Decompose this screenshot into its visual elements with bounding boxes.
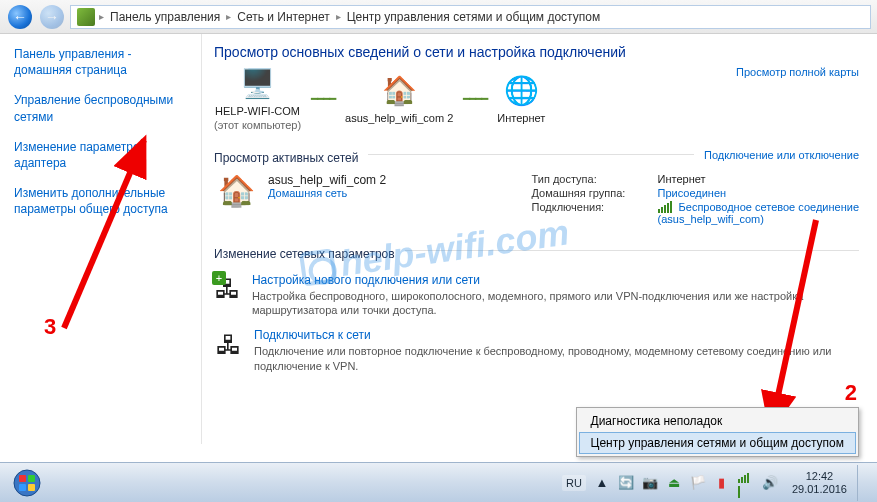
homegroup-value[interactable]: Присоединен (658, 187, 727, 199)
svg-rect-1 (19, 475, 26, 482)
sidebar-item-adapter[interactable]: Изменение параметров адаптера (14, 139, 187, 171)
plus-icon: + (212, 271, 226, 285)
network-connect-icon: 🖧 (214, 328, 244, 362)
arrow-left-icon: ← (8, 5, 32, 29)
param-connect-network-desc: Подключение или повторное подключение к … (254, 344, 859, 374)
tray-chevron-icon[interactable]: ▲ (594, 475, 610, 491)
arrow-right-icon: → (40, 5, 64, 29)
nav-forward-button: → (38, 4, 66, 30)
network-setup-icon: +🖧 (214, 273, 242, 307)
taskbar: RU ▲ 🔄 📷 ⏏ 🏳️ ▮ 🔊 12:42 29.01.2016 (0, 462, 877, 502)
param-connect-network-title[interactable]: Подключиться к сети (254, 328, 859, 342)
overview-computer-name: HELP-WIFI-COM (214, 104, 301, 118)
view-full-map-link[interactable]: Просмотр полной карты (736, 66, 859, 78)
svg-rect-2 (28, 475, 35, 482)
overview-router-name: asus_help_wifi_com 2 (345, 111, 453, 125)
sidebar-item-sharing[interactable]: Изменить дополнительные параметры общего… (14, 185, 187, 217)
network-params-title: Изменение сетевых параметров (214, 247, 395, 261)
content-pane: Просмотр основных сведений о сети и наст… (202, 34, 877, 444)
connect-disconnect-link[interactable]: Подключение или отключение (704, 149, 859, 161)
tray-flag-icon[interactable]: 🏳️ (690, 475, 706, 491)
tray-safely-remove-icon[interactable]: ⏏ (666, 475, 682, 491)
param-new-connection-desc: Настройка беспроводного, широкополосного… (252, 289, 859, 319)
param-new-connection-title[interactable]: Настройка нового подключения или сети (252, 273, 859, 287)
param-new-connection[interactable]: +🖧 Настройка нового подключения или сети… (214, 273, 859, 319)
connections-label: Подключения: (532, 201, 650, 225)
house-icon: 🏠 (214, 173, 258, 209)
tray-sync-icon[interactable]: 🔄 (618, 475, 634, 491)
tray-clock[interactable]: 12:42 29.01.2016 (786, 470, 853, 494)
tray-camera-icon[interactable]: 📷 (642, 475, 658, 491)
language-indicator[interactable]: RU (562, 475, 586, 491)
clock-time: 12:42 (792, 470, 847, 482)
network-type-link[interactable]: Домашняя сеть (268, 187, 347, 199)
show-desktop-button[interactable] (857, 465, 871, 501)
start-button[interactable] (6, 467, 48, 499)
tray-battery-icon[interactable]: ▮ (714, 475, 730, 491)
param-connect-network[interactable]: 🖧 Подключиться к сети Подключение или по… (214, 328, 859, 374)
sidebar-item-wireless[interactable]: Управление беспроводными сетями (14, 92, 187, 124)
tray-context-menu: Диагностика неполадок Центр управления с… (576, 407, 860, 457)
signal-bars-icon (658, 201, 673, 213)
tray-volume-icon[interactable]: 🔊 (762, 475, 778, 491)
overview-computer[interactable]: 🖥️ HELP-WIFI-COM (этот компьютер) (214, 66, 301, 133)
breadcrumb[interactable]: ▸ Панель управления ▸ Сеть и Интернет ▸ … (70, 5, 871, 29)
nav-back-button[interactable]: ← (6, 4, 34, 30)
overview-internet[interactable]: 🌐 Интернет (497, 73, 545, 125)
globe-icon: 🌐 (501, 73, 541, 109)
windows-logo-icon (13, 469, 41, 497)
connection-sub: (asus_help_wifi_com) (658, 213, 764, 225)
sidebar-item-home[interactable]: Панель управления - домашняя страница (14, 46, 187, 78)
connection-line-icon: ━━━━ (311, 92, 335, 106)
network-overview: 🖥️ HELP-WIFI-COM (этот компьютер) ━━━━ 🏠… (214, 66, 859, 133)
svg-point-0 (14, 470, 40, 496)
tray-network-icon[interactable] (738, 475, 754, 491)
computer-icon: 🖥️ (238, 66, 278, 102)
clock-date: 29.01.2016 (792, 483, 847, 495)
page-title: Просмотр основных сведений о сети и наст… (214, 44, 859, 60)
svg-rect-3 (19, 484, 26, 491)
main-area: Панель управления - домашняя страница Уп… (0, 34, 877, 444)
network-name: asus_help_wifi_com 2 (268, 173, 386, 187)
access-type-label: Тип доступа: (532, 173, 650, 185)
house-icon: 🏠 (379, 73, 419, 109)
breadcrumb-network-internet[interactable]: Сеть и Интернет (231, 10, 335, 24)
connection-line-icon: ━━━━ (463, 92, 487, 106)
svg-rect-4 (28, 484, 35, 491)
access-type-value: Интернет (658, 173, 706, 185)
overview-router[interactable]: 🏠 asus_help_wifi_com 2 (345, 73, 453, 125)
overview-internet-name: Интернет (497, 111, 545, 125)
overview-computer-sub: (этот компьютер) (214, 118, 301, 132)
system-tray: RU ▲ 🔄 📷 ⏏ 🏳️ ▮ 🔊 12:42 29.01.2016 (562, 470, 853, 494)
sidebar: Панель управления - домашняя страница Уп… (0, 34, 202, 444)
breadcrumb-network-center[interactable]: Центр управления сетями и общим доступом (341, 10, 607, 24)
homegroup-label: Домашняя группа: (532, 187, 650, 199)
ctx-network-center[interactable]: Центр управления сетями и общим доступом (579, 432, 857, 454)
ctx-diagnostics[interactable]: Диагностика неполадок (579, 410, 857, 432)
control-panel-icon (77, 8, 95, 26)
breadcrumb-control-panel[interactable]: Панель управления (104, 10, 226, 24)
address-bar: ← → ▸ Панель управления ▸ Сеть и Интерне… (0, 0, 877, 34)
active-networks-title: Просмотр активных сетей (214, 151, 358, 165)
active-network-row: 🏠 asus_help_wifi_com 2 Домашняя сеть Тип… (214, 169, 859, 231)
connection-link[interactable]: Беспроводное сетевое соединение (679, 201, 859, 213)
